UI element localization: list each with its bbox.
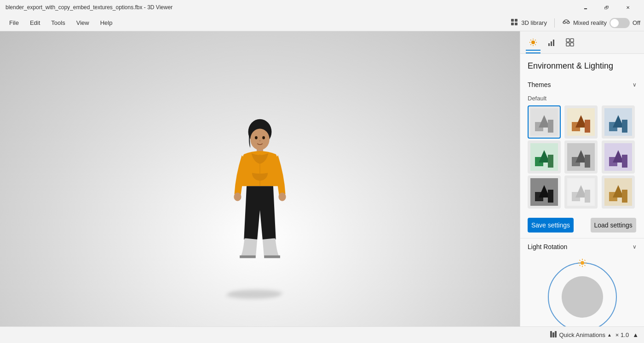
light-rotation-content [520, 255, 644, 326]
3d-viewport[interactable] [0, 31, 520, 326]
theme-grid [520, 105, 644, 214]
scale-chevron-up[interactable]: ▲ [632, 331, 638, 338]
svg-line-72 [584, 265, 585, 266]
light-rotation-section: Light Rotation ∨ [520, 238, 644, 326]
quick-animations-chevron: ▲ [607, 332, 612, 337]
svg-line-19 [530, 40, 531, 40]
tab-stats[interactable] [544, 35, 559, 50]
sun-icon [577, 258, 587, 270]
3d-library-button[interactable]: 3D library [510, 18, 547, 28]
svg-point-5 [567, 22, 569, 23]
load-settings-button[interactable]: Load settings [591, 218, 636, 233]
themes-section: Themes ∨ Default [520, 76, 644, 238]
theme-item-3[interactable] [602, 105, 635, 139]
dial-inner-sphere [562, 276, 603, 318]
mixed-reality-button[interactable]: Mixed reality Off [562, 18, 640, 28]
svg-rect-3 [515, 23, 518, 25]
theme-item-6[interactable] [602, 140, 635, 174]
svg-point-9 [262, 136, 265, 140]
svg-rect-2 [511, 23, 514, 25]
svg-rect-57 [548, 190, 553, 203]
window-controls: 🗕 🗗 ✕ [575, 0, 638, 15]
quick-animations-icon [549, 330, 558, 340]
svg-rect-45 [548, 155, 553, 168]
theme-item-5[interactable] [564, 140, 598, 174]
themes-chevron: ∨ [632, 81, 637, 88]
svg-rect-28 [566, 43, 569, 46]
svg-line-73 [584, 260, 585, 261]
menu-tools[interactable]: Tools [46, 17, 70, 28]
close-button[interactable]: ✕ [617, 0, 638, 15]
titlebar: blender_export_with_copy_embed_textures_… [0, 0, 644, 15]
svg-rect-0 [511, 19, 514, 22]
svg-rect-53 [622, 155, 627, 168]
menu-help[interactable]: Help [95, 17, 118, 28]
menubar: File Edit Tools View Help 3D library [0, 15, 644, 31]
svg-line-22 [530, 44, 531, 45]
separator [554, 18, 555, 28]
svg-rect-77 [555, 331, 557, 337]
svg-line-74 [579, 265, 580, 266]
svg-rect-27 [570, 39, 574, 42]
svg-point-66 [581, 261, 584, 265]
svg-rect-49 [585, 155, 590, 168]
theme-item-7[interactable] [528, 175, 561, 209]
restore-button[interactable]: 🗗 [596, 0, 617, 15]
rotation-dial[interactable] [548, 262, 617, 326]
svg-rect-61 [585, 190, 590, 203]
themes-header[interactable]: Themes ∨ [520, 76, 644, 93]
svg-rect-25 [553, 40, 554, 46]
panel-tabs [520, 31, 644, 54]
svg-point-4 [563, 22, 566, 23]
quick-animations-label: Quick Animations [559, 331, 605, 338]
svg-point-7 [250, 128, 270, 150]
right-panel: Environment & Lighting Themes ∨ Default [520, 31, 644, 326]
themes-default-label: Default [520, 93, 644, 105]
mixed-reality-icon [562, 18, 570, 28]
svg-rect-26 [566, 39, 569, 42]
scale-value: × 1.0 [615, 331, 629, 338]
tab-lighting[interactable] [526, 35, 540, 50]
theme-item-9[interactable] [602, 175, 635, 209]
light-rotation-label: Light Rotation [528, 243, 567, 250]
svg-line-20 [535, 44, 535, 45]
svg-point-8 [255, 136, 258, 140]
theme-item-8[interactable] [564, 175, 598, 209]
svg-rect-29 [570, 43, 574, 46]
character-figure [218, 117, 301, 287]
character-container [214, 115, 306, 290]
menu-view[interactable]: View [71, 17, 95, 28]
tab-grid[interactable] [563, 35, 577, 50]
panel-section-title: Environment & Lighting [520, 54, 644, 76]
window-title: blender_export_with_copy_embed_textures_… [6, 4, 575, 11]
light-rotation-chevron: ∨ [632, 244, 637, 250]
mixed-reality-label: Mixed reality [573, 19, 607, 26]
toggle-knob [610, 19, 619, 27]
svg-rect-37 [585, 120, 590, 133]
mixed-reality-toggle[interactable] [610, 18, 630, 28]
theme-item-1[interactable] [528, 105, 561, 139]
menubar-right: 3D library Mixed reality Off [510, 18, 640, 28]
svg-point-14 [531, 41, 535, 44]
svg-rect-33 [548, 120, 553, 133]
toggle-state-label: Off [632, 19, 640, 26]
svg-rect-75 [550, 331, 552, 337]
svg-line-71 [579, 260, 580, 261]
bottom-bar: Quick Animations ▲ × 1.0 ▲ [0, 326, 644, 343]
svg-rect-23 [548, 43, 550, 46]
main-content: Environment & Lighting Themes ∨ Default [0, 31, 644, 326]
menu-edit[interactable]: Edit [24, 17, 46, 28]
svg-rect-41 [622, 120, 627, 133]
theme-item-2[interactable] [564, 105, 598, 139]
themes-label: Themes [528, 81, 551, 88]
3d-library-label: 3D library [521, 19, 547, 26]
svg-rect-65 [622, 190, 627, 203]
quick-animations-button[interactable]: Quick Animations ▲ [549, 330, 612, 340]
theme-item-4[interactable] [528, 140, 561, 174]
svg-rect-1 [515, 19, 518, 22]
minimize-button[interactable]: 🗕 [575, 0, 596, 15]
save-settings-button[interactable]: Save settings [528, 218, 574, 233]
light-rotation-header[interactable]: Light Rotation ∨ [520, 238, 644, 255]
3d-library-icon [510, 18, 518, 28]
menu-file[interactable]: File [4, 17, 24, 28]
